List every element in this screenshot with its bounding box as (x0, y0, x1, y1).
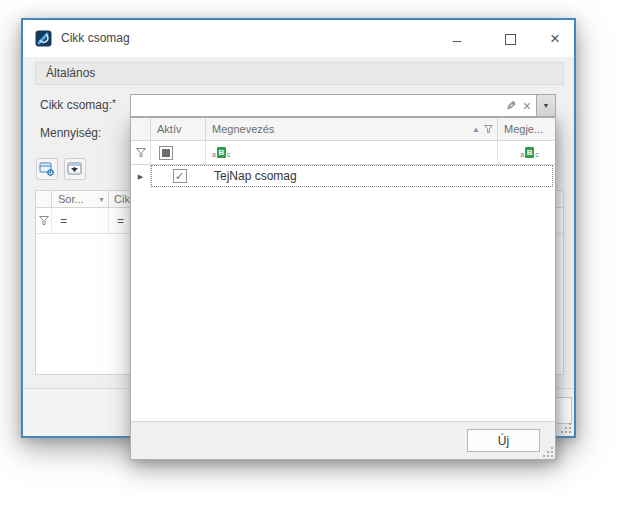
filter-row-cell (36, 208, 52, 233)
indicator-column-header (131, 118, 151, 140)
row-indicator-icon: ▶ (138, 173, 143, 181)
filter-row-indicator-cell (131, 141, 151, 164)
abc-c: c (227, 151, 231, 158)
row-indicator-column (36, 191, 52, 207)
edit-pencil-icon[interactable]: ✎ (506, 99, 516, 113)
cikk-header-label: Cik (114, 193, 130, 205)
filter-funnel-icon (136, 148, 146, 157)
maximize-icon (505, 34, 516, 45)
minimize-button[interactable]: – (444, 26, 470, 52)
window-resize-grip[interactable] (560, 422, 571, 433)
package-lookup-editor[interactable]: ✎ × ▼ (130, 94, 556, 117)
column-header-megjegyzes[interactable]: Megje... (498, 118, 555, 140)
row-name-cell[interactable]: TejNap csomag (207, 169, 297, 183)
dropdown-footer: Új (131, 421, 555, 459)
quantity-field-label: Mennyiség: (40, 126, 101, 140)
titlebar[interactable]: Cikk csomag – × (23, 20, 574, 57)
dropdown-grid-header: Aktív Megnevezés ▲ Megje... (131, 118, 555, 141)
dropdown-filter-row: a B c a B c (131, 141, 555, 165)
aktiv-header-label: Aktív (157, 123, 181, 135)
window-title: Cikk csomag (61, 20, 130, 57)
dropdown-data-row[interactable]: ▶ ✓ TejNap csomag (131, 165, 555, 188)
general-group-header: Általános (35, 62, 564, 85)
import-arrow-icon (67, 161, 83, 177)
indeterminate-checkbox[interactable] (159, 146, 173, 160)
desktop-background: Cikk csomag – × Általános Cikk csomag:* … (0, 0, 621, 508)
grid-settings-button[interactable] (36, 158, 58, 180)
package-label-text: Cikk csomag: (40, 98, 112, 112)
megnevezes-header-label: Megnevezés (212, 123, 274, 135)
import-rows-button[interactable] (64, 158, 86, 180)
column-header-aktiv[interactable]: Aktív (151, 118, 206, 140)
maximize-button[interactable] (497, 26, 523, 52)
abc-c: c (535, 151, 539, 158)
column-header-megnevezes[interactable]: Megnevezés ▲ (206, 118, 498, 140)
lookup-dropdown-panel: Aktív Megnevezés ▲ Megje... (130, 117, 556, 460)
clear-value-icon[interactable]: × (523, 99, 531, 113)
checkmark-icon: ✓ (175, 171, 184, 182)
chevron-down-icon: ▼ (543, 102, 550, 109)
required-mark: * (112, 98, 116, 109)
filter-checkbox-aktiv[interactable] (151, 141, 206, 164)
filter-funnel-icon (39, 216, 49, 225)
dropdown-resize-grip[interactable] (542, 446, 553, 457)
column-filter-icon[interactable] (484, 125, 493, 133)
column-dropdown-icon[interactable]: ▼ (98, 196, 105, 203)
text-filter-abc-icon: a B c (212, 147, 230, 158)
filter-cell-megnevezes[interactable]: a B c (206, 141, 498, 164)
filter-cell-megjegyzes[interactable]: a B c (498, 141, 555, 164)
grid-settings-icon (39, 161, 55, 177)
abc-b: B (525, 147, 534, 158)
filter-equals-sorszam[interactable]: = (52, 208, 109, 233)
megjegyzes-header-label: Megje... (504, 123, 543, 135)
focused-row[interactable]: ✓ TejNap csomag (151, 165, 553, 187)
app-logo-icon (35, 30, 52, 47)
abc-a: a (520, 151, 524, 158)
sorszam-header-label: Sor... (58, 193, 84, 205)
sort-ascending-icon: ▲ (472, 125, 480, 134)
close-button[interactable]: × (542, 26, 568, 52)
column-header-sorszam[interactable]: Sor... ▼ (52, 191, 109, 207)
dropdown-toggle-button[interactable]: ▼ (536, 95, 555, 116)
row-checked-checkbox[interactable]: ✓ (173, 169, 187, 183)
new-button[interactable]: Új (467, 429, 540, 452)
row-indicator-cell: ▶ (131, 165, 151, 188)
abc-b: B (217, 147, 226, 158)
abc-a: a (212, 151, 216, 158)
text-filter-abc-icon: a B c (520, 147, 538, 158)
package-field-label: Cikk csomag:* (40, 98, 116, 112)
